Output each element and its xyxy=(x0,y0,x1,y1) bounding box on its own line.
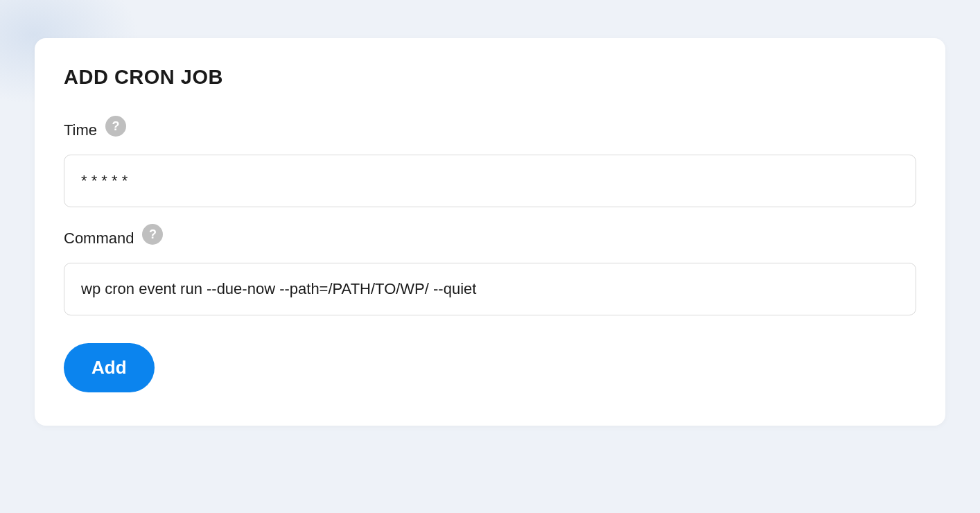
command-form-group: Command ? xyxy=(64,228,916,315)
time-input[interactable] xyxy=(64,155,916,207)
time-label: Time xyxy=(64,121,97,139)
help-icon[interactable]: ? xyxy=(142,224,163,245)
help-icon[interactable]: ? xyxy=(105,116,126,137)
time-form-group: Time ? xyxy=(64,120,916,207)
page-title: ADD CRON JOB xyxy=(64,66,916,89)
command-label-row: Command ? xyxy=(64,228,916,249)
command-input[interactable] xyxy=(64,263,916,315)
add-button[interactable]: Add xyxy=(64,343,155,392)
command-label: Command xyxy=(64,229,134,247)
add-cron-job-card: ADD CRON JOB Time ? Command ? Add xyxy=(35,38,945,426)
time-label-row: Time ? xyxy=(64,120,916,141)
